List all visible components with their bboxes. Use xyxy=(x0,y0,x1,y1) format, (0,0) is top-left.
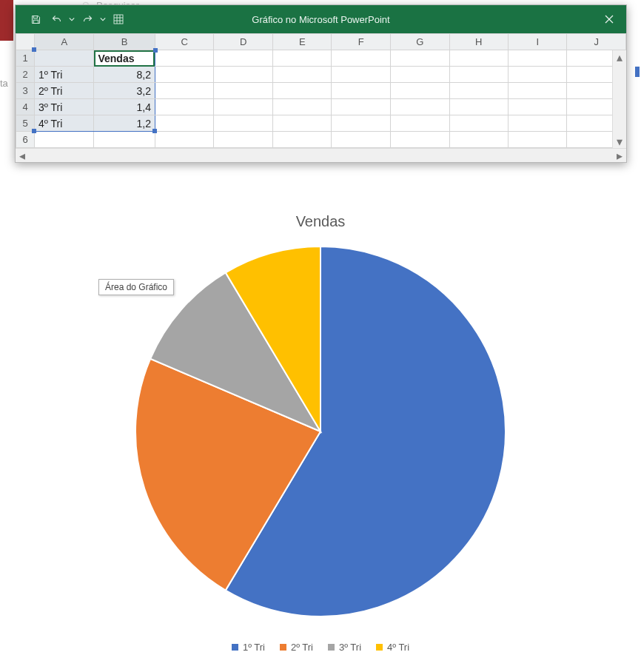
range-handle[interactable] xyxy=(32,47,36,52)
cell[interactable] xyxy=(155,115,214,132)
undo-dropdown-icon[interactable] xyxy=(67,10,76,29)
cell[interactable] xyxy=(509,132,567,148)
cell[interactable] xyxy=(449,115,509,132)
cell[interactable]: 8,2 xyxy=(94,67,155,83)
cell[interactable] xyxy=(332,99,390,115)
cell[interactable] xyxy=(214,99,273,115)
cell[interactable] xyxy=(390,115,449,132)
row-header[interactable]: 4 xyxy=(16,99,35,115)
scroll-track[interactable] xyxy=(29,149,613,162)
range-handle[interactable] xyxy=(32,129,36,133)
column-header[interactable]: D xyxy=(214,34,273,50)
row-header[interactable]: 3 xyxy=(16,83,35,99)
powerpoint-rail xyxy=(0,0,13,41)
row-header[interactable]: 2 xyxy=(16,67,35,83)
cell[interactable] xyxy=(449,99,509,115)
column-header[interactable]: B xyxy=(94,34,155,50)
column-header[interactable]: E xyxy=(273,34,332,50)
cell[interactable] xyxy=(332,115,390,132)
legend-item[interactable]: 1º Tri xyxy=(232,642,265,653)
cell[interactable] xyxy=(273,99,332,115)
svg-rect-3 xyxy=(33,20,38,23)
cell[interactable] xyxy=(509,50,567,67)
cell[interactable] xyxy=(390,67,449,83)
column-header[interactable]: A xyxy=(35,34,94,50)
scroll-left-icon[interactable]: ◂ xyxy=(16,149,29,162)
chart-title[interactable]: Vendas xyxy=(0,213,641,230)
scroll-right-icon[interactable]: ▸ xyxy=(613,149,626,162)
legend-swatch xyxy=(376,644,383,651)
scroll-down-icon[interactable]: ▾ xyxy=(613,135,626,148)
cell[interactable] xyxy=(273,115,332,132)
scroll-up-icon[interactable]: ▴ xyxy=(613,50,626,64)
datasheet-icon[interactable] xyxy=(109,10,128,29)
titlebar[interactable]: Gráfico no Microsoft PowerPoint xyxy=(16,5,626,33)
cell[interactable] xyxy=(509,67,567,83)
cell[interactable] xyxy=(94,132,155,148)
cell[interactable] xyxy=(35,50,94,67)
cell[interactable] xyxy=(214,50,273,67)
cell[interactable]: 3,2 xyxy=(94,83,155,99)
cell[interactable] xyxy=(509,115,567,132)
cell[interactable] xyxy=(390,132,449,148)
chart-area[interactable]: Vendas Área do Gráfico 1º Tri2º Tri3º Tr… xyxy=(0,213,641,653)
cell[interactable]: 3º Tri xyxy=(35,99,94,115)
horizontal-scrollbar[interactable]: ◂ ▸ xyxy=(16,148,626,162)
column-header[interactable]: C xyxy=(155,34,214,50)
redo-icon[interactable] xyxy=(78,10,97,29)
cell[interactable] xyxy=(155,99,214,115)
range-handle[interactable] xyxy=(152,129,157,133)
vertical-scrollbar[interactable]: ▴ ▾ xyxy=(612,50,626,148)
cell[interactable] xyxy=(214,67,273,83)
legend-item[interactable]: 3º Tri xyxy=(328,642,361,653)
pie-chart[interactable] xyxy=(128,239,513,624)
column-header[interactable]: H xyxy=(449,34,509,50)
column-header[interactable]: I xyxy=(509,34,567,50)
cell[interactable] xyxy=(332,50,390,67)
cell[interactable] xyxy=(214,115,273,132)
cell[interactable] xyxy=(509,99,567,115)
cell[interactable] xyxy=(449,83,509,99)
cell[interactable] xyxy=(449,132,509,148)
cell[interactable] xyxy=(390,50,449,67)
cell[interactable] xyxy=(155,67,214,83)
cell[interactable]: 2º Tri xyxy=(35,83,94,99)
cell[interactable] xyxy=(332,67,390,83)
cell[interactable] xyxy=(273,132,332,148)
range-handle[interactable] xyxy=(153,48,158,53)
cell[interactable]: 4º Tri xyxy=(35,115,94,132)
cell[interactable] xyxy=(273,50,332,67)
cell[interactable] xyxy=(155,83,214,99)
cell[interactable] xyxy=(214,132,273,148)
row-header[interactable]: 1 xyxy=(16,50,35,67)
cell[interactable] xyxy=(449,67,509,83)
spreadsheet-grid[interactable]: ABCDEFGHIJ1Vendas21º Tri8,232º Tri3,243º… xyxy=(16,33,626,148)
legend-item[interactable]: 4º Tri xyxy=(376,642,409,653)
cell[interactable] xyxy=(390,83,449,99)
cell[interactable] xyxy=(273,67,332,83)
cell[interactable] xyxy=(449,50,509,67)
chart-legend[interactable]: 1º Tri2º Tri3º Tri4º Tri xyxy=(0,642,641,653)
column-header[interactable]: F xyxy=(332,34,390,50)
cell[interactable] xyxy=(155,50,214,67)
cell[interactable] xyxy=(509,83,567,99)
cell[interactable]: 1,4 xyxy=(94,99,155,115)
column-header[interactable]: G xyxy=(390,34,449,50)
close-button[interactable] xyxy=(592,5,626,33)
cell[interactable] xyxy=(332,132,390,148)
redo-dropdown-icon[interactable] xyxy=(98,10,107,29)
row-header[interactable]: 6 xyxy=(16,132,35,148)
legend-item[interactable]: 2º Tri xyxy=(280,642,313,653)
cell[interactable]: Vendas xyxy=(94,50,155,67)
cell[interactable] xyxy=(35,132,94,148)
cell[interactable] xyxy=(273,83,332,99)
cell[interactable] xyxy=(332,83,390,99)
save-icon[interactable] xyxy=(26,10,45,29)
cell[interactable] xyxy=(390,99,449,115)
cell[interactable] xyxy=(155,132,214,148)
cell[interactable] xyxy=(214,83,273,99)
undo-icon[interactable] xyxy=(47,10,66,29)
cell[interactable]: 1,2 xyxy=(94,115,155,132)
column-header[interactable]: J xyxy=(567,34,626,50)
cell[interactable]: 1º Tri xyxy=(35,67,94,83)
